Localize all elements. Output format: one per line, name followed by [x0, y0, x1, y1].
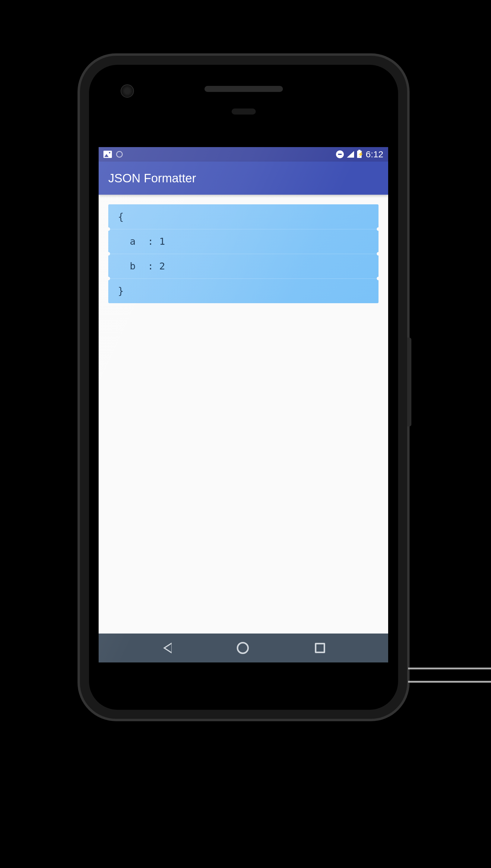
- app-bar: JSON Formatter: [98, 161, 388, 195]
- proximity-sensor: [232, 108, 256, 115]
- back-button[interactable]: [162, 643, 171, 653]
- battery-charging-icon: [357, 151, 362, 158]
- json-key: b: [130, 260, 142, 272]
- device-screen: 6:12 JSON Formatter { a : 1: [98, 147, 388, 662]
- json-brace-open: {: [118, 211, 124, 222]
- status-bar[interactable]: 6:12: [98, 147, 388, 161]
- recent-apps-button[interactable]: [315, 643, 325, 653]
- json-value: 1: [159, 236, 165, 247]
- cable-connector: [408, 668, 491, 683]
- phone-device-frame: 6:12 JSON Formatter { a : 1: [80, 56, 407, 719]
- navigation-bar: [98, 633, 388, 662]
- json-brace-close: }: [118, 285, 124, 297]
- json-line: {: [108, 204, 378, 229]
- app-title: JSON Formatter: [108, 172, 196, 185]
- status-bar-system: 6:12: [336, 149, 383, 159]
- json-line: a : 1: [108, 229, 378, 254]
- content-area: { a : 1 b : 2 }: [98, 195, 388, 313]
- json-line: b : 2: [108, 254, 378, 278]
- loading-notification-icon: [116, 151, 123, 158]
- image-notification-icon: [104, 151, 112, 158]
- json-line: }: [108, 278, 378, 303]
- home-button[interactable]: [237, 642, 249, 654]
- cellular-signal-icon: [347, 151, 354, 158]
- json-value: 2: [159, 260, 165, 272]
- json-separator: :: [148, 260, 153, 272]
- status-bar-notifications: [104, 151, 123, 158]
- power-button[interactable]: [407, 338, 411, 427]
- do-not-disturb-icon: [336, 150, 344, 158]
- front-camera: [121, 84, 134, 98]
- json-output-card[interactable]: { a : 1 b : 2 }: [108, 204, 378, 303]
- json-separator: :: [148, 236, 153, 247]
- earpiece-speaker: [204, 86, 283, 92]
- json-key: a: [130, 236, 142, 247]
- status-bar-clock: 6:12: [366, 149, 383, 159]
